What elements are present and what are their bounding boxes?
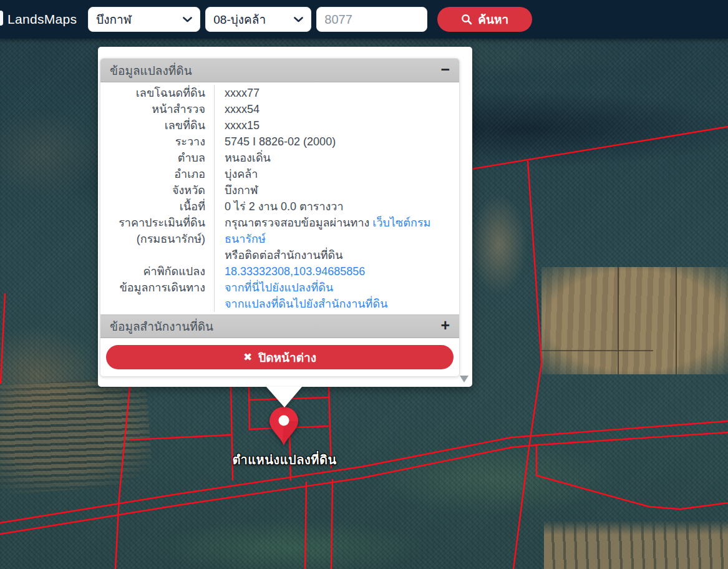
search-button-label: ค้นหา xyxy=(478,10,508,29)
field-row-deed-no: เลขโฉนดที่ดิน xxxx77 xyxy=(100,85,459,101)
price-label-line2: (กรมธนารักษ์) xyxy=(137,233,205,245)
field-label: ข้อมูลการเดินทาง xyxy=(100,280,214,312)
field-label: ราคาประเมินที่ดิน (กรมธนารักษ์) xyxy=(100,215,214,263)
collapse-minus-icon[interactable]: − xyxy=(440,62,450,77)
section-land-office-title: ข้อมูลสำนักงานที่ดิน xyxy=(110,317,213,336)
field-row-assessed-price: ราคาประเมินที่ดิน (กรมธนารักษ์) กรุณาตรว… xyxy=(100,215,459,263)
field-label: ค่าพิกัดแปลง xyxy=(100,263,214,280)
parcel-number-input[interactable] xyxy=(316,7,427,32)
location-marker-pin-icon[interactable] xyxy=(265,406,303,448)
directions-to-parcel-link[interactable]: จากที่นี่ไปยังแปลงที่ดิน xyxy=(225,281,333,294)
price-note-text: กรุณาตรวจสอบข้อมูลผ่านทาง xyxy=(225,216,369,229)
province-select[interactable]: บึงกาฬ xyxy=(88,7,200,32)
field-label: หน้าสำรวจ xyxy=(100,101,214,117)
field-row-area: เนื้อที่ 0 ไร่ 2 งาน 0.0 ตารางวา xyxy=(100,198,459,215)
field-value: บุ่งคล้า xyxy=(214,166,459,182)
field-value: หนองเดิ่น xyxy=(214,150,459,166)
price-note-line2: หรือติดต่อสำนักงานที่ดิน xyxy=(225,247,454,263)
field-value: xxxx77 xyxy=(214,85,459,101)
landsmaps-app: LandsMaps บึงกาฬ 08-บุ่งคล้า ค้นหา xyxy=(0,0,728,569)
directions-parcel-to-office-link[interactable]: จากแปลงที่ดินไปยังสำนักงานที่ดิน xyxy=(225,298,387,310)
field-label: เลขที่ดิน xyxy=(100,117,214,134)
field-value: 0 ไร่ 2 งาน 0.0 ตารางวา xyxy=(214,198,459,215)
field-label: เนื้อที่ xyxy=(100,198,214,215)
section-land-office-header[interactable]: ข้อมูลสำนักงานที่ดิน + xyxy=(100,314,459,338)
field-row-survey-page: หน้าสำรวจ xxxx54 xyxy=(100,101,459,117)
field-label: ตำบล xyxy=(100,150,214,166)
close-button-label: ปิดหน้าต่าง xyxy=(258,348,316,367)
close-x-icon: ✖ xyxy=(243,351,252,364)
field-value: จากที่นี่ไปยังแปลงที่ดิน จากแปลงที่ดินไป… xyxy=(214,280,459,312)
field-value: กรุณาตรวจสอบข้อมูลผ่านทาง เว็บไซต์กรมธนา… xyxy=(214,215,459,263)
parcel-info-card: ข้อมูลแปลงที่ดิน − เลขโฉนดที่ดิน xxxx77 … xyxy=(100,58,460,377)
search-button[interactable]: ค้นหา xyxy=(437,7,532,32)
search-icon xyxy=(461,14,472,25)
field-row-tambon: ตำบล หนองเดิ่น xyxy=(100,150,459,166)
district-select-value: 08-บุ่งคล้า xyxy=(213,10,266,29)
farm-field-texture xyxy=(541,267,728,374)
terraced-field-texture xyxy=(0,375,153,495)
field-value: บึงกาฬ xyxy=(214,182,459,198)
scroll-down-icon[interactable] xyxy=(460,376,468,382)
section-parcel-info-title: ข้อมูลแปลงที่ดิน xyxy=(110,61,192,80)
parcel-fields: เลขโฉนดที่ดิน xxxx77 หน้าสำรวจ xxxx54 เล… xyxy=(100,82,459,314)
field-value: 5745 I 8826-02 (2000) xyxy=(214,134,459,150)
price-label-line1: ราคาประเมินที่ดิน xyxy=(119,216,205,229)
field-value: 18.33332308,103.94685856 xyxy=(214,263,459,280)
field-row-parcel-no: เลขที่ดิน xxxx15 xyxy=(100,117,459,134)
parcel-info-popup: ข้อมูลแปลงที่ดิน − เลขโฉนดที่ดิน xxxx77 … xyxy=(98,47,472,387)
field-row-travel-info: ข้อมูลการเดินทาง จากที่นี่ไปยังแปลงที่ดิ… xyxy=(100,280,459,312)
chevron-down-icon xyxy=(294,17,303,22)
field-row-map-sheet: ระวาง 5745 I 8826-02 (2000) xyxy=(100,134,459,150)
field-row-province: จังหวัด บึงกาฬ xyxy=(100,182,459,198)
field-row-amphoe: อำเภอ บุ่งคล้า xyxy=(100,166,459,182)
farm-field-texture xyxy=(471,188,533,301)
field-value: xxxx15 xyxy=(214,117,459,134)
parcel-coordinates-link[interactable]: 18.33332308,103.94685856 xyxy=(225,265,365,278)
marker-label: ตำแหน่งแปลงที่ดิน xyxy=(203,450,366,470)
field-row-coordinates: ค่าพิกัดแปลง 18.33332308,103.94685856 xyxy=(100,263,459,280)
field-label: ระวาง xyxy=(100,134,214,150)
brand-title: LandsMaps xyxy=(7,12,77,27)
expand-plus-icon[interactable]: + xyxy=(440,318,450,333)
close-button-row: ✖ ปิดหน้าต่าง xyxy=(100,338,459,376)
field-label: อำเภอ xyxy=(100,166,214,182)
chevron-down-icon xyxy=(183,17,192,22)
map-canvas[interactable]: ตำแหน่งแปลงที่ดิน ข้อมูลแปลงที่ดิน − เลข… xyxy=(0,39,728,569)
field-value: xxxx54 xyxy=(214,101,459,117)
district-select[interactable]: 08-บุ่งคล้า xyxy=(205,7,311,32)
brand-logo-partial-icon xyxy=(0,11,3,26)
top-navbar: LandsMaps บึงกาฬ 08-บุ่งคล้า ค้นหา xyxy=(0,0,728,39)
province-select-value: บึงกาฬ xyxy=(96,10,132,29)
section-parcel-info-header[interactable]: ข้อมูลแปลงที่ดิน − xyxy=(100,59,459,82)
farm-field-texture xyxy=(544,520,728,569)
field-label: จังหวัด xyxy=(100,182,214,198)
popup-tail xyxy=(266,387,302,407)
field-label: เลขโฉนดที่ดิน xyxy=(100,85,214,101)
close-window-button[interactable]: ✖ ปิดหน้าต่าง xyxy=(106,345,454,369)
